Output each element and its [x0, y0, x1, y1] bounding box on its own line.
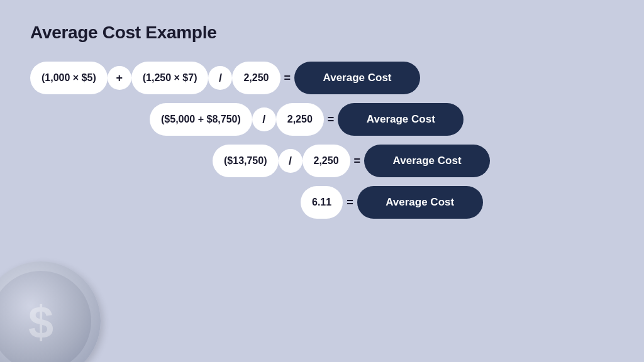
operator-eq-1: = [280, 72, 295, 85]
equation-row-2: ($5,000 + $8,750) / 2,250 = Average Cost [30, 102, 614, 137]
result-pill-3: Average Cost [364, 145, 490, 177]
pill-1b: (1,250 × $7) [131, 62, 209, 94]
operator-eq-3: = [350, 155, 365, 168]
page-container: Average Cost Example (1,000 × $5) + (1,2… [0, 0, 644, 362]
equation-row-1: (1,000 × $5) + (1,250 × $7) / 2,250 = Av… [30, 60, 614, 96]
equation-row-4: 6.11 = Average Cost [30, 185, 614, 220]
result-pill-4: Average Cost [357, 186, 483, 219]
page-title: Average Cost Example [30, 23, 614, 43]
pill-4a-text: 6.11 [312, 197, 331, 208]
pill-3a: ($13,750) [213, 145, 279, 177]
operator-eq-2: = [324, 113, 338, 126]
operator-eq-4: = [343, 196, 357, 209]
pill-1a: (1,000 × $5) [30, 62, 108, 94]
result-text-4: Average Cost [386, 196, 454, 209]
operator-div-3: / [279, 149, 303, 173]
pill-2a-text: ($5,000 + $8,750) [161, 114, 241, 125]
result-pill-1: Average Cost [294, 62, 420, 94]
pill-1a-text: (1,000 × $5) [42, 72, 96, 84]
result-pill-2: Average Cost [338, 103, 464, 136]
pill-1c-text: 2,250 [243, 72, 269, 84]
coin-symbol: $ [28, 300, 53, 345]
pill-2b-text: 2,250 [287, 114, 313, 125]
operator-div-2: / [252, 107, 276, 131]
coin-inner: $ [0, 271, 91, 362]
pill-1c: 2,250 [232, 62, 280, 94]
pill-2a: ($5,000 + $8,750) [150, 103, 252, 136]
pill-1b-text: (1,250 × $7) [143, 72, 197, 84]
pill-3b: 2,250 [303, 145, 350, 177]
pill-3b-text: 2,250 [314, 155, 339, 167]
result-text-1: Average Cost [323, 72, 392, 84]
pill-3a-text: ($13,750) [224, 155, 267, 167]
equations-container: (1,000 × $5) + (1,250 × $7) / 2,250 = Av… [30, 60, 614, 220]
pill-2b: 2,250 [276, 103, 324, 136]
result-text-2: Average Cost [367, 113, 435, 126]
operator-div-1: / [208, 66, 232, 90]
coin-decoration: $ [0, 261, 101, 362]
equation-row-3: ($13,750) / 2,250 = Average Cost [30, 143, 614, 178]
result-text-3: Average Cost [393, 155, 462, 167]
operator-plus: + [108, 66, 131, 90]
pill-4a: 6.11 [301, 186, 343, 219]
